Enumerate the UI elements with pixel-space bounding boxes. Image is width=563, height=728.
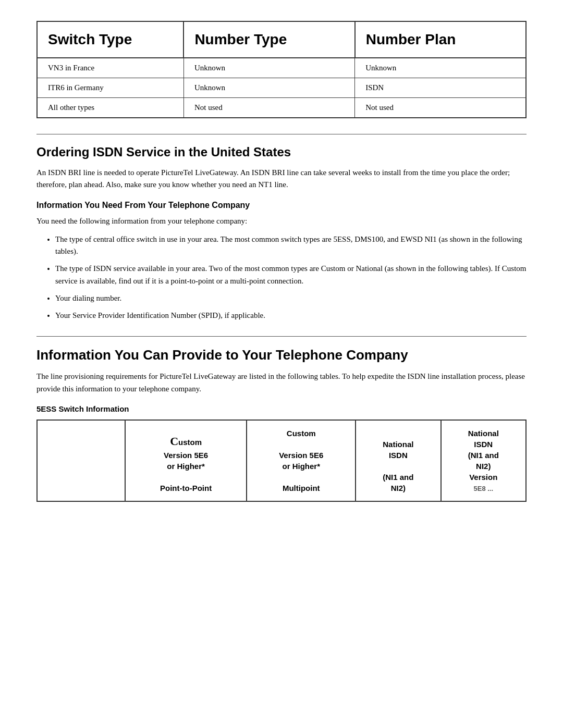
info-bullets: The type of central office switch in use… <box>55 233 527 322</box>
table-row: ITR6 in Germany Unknown ISDN <box>37 78 526 98</box>
list-item: Your dialing number. <box>55 292 527 304</box>
col-ni1-ni2: (NI1 andNI2) <box>383 473 413 492</box>
5ess-col-ni-isdn: NationalISDN (NI1 andNI2) <box>356 420 440 501</box>
col-version-5e8: Version <box>469 473 497 482</box>
separator-2 <box>36 336 527 337</box>
list-item: The type of ISDN service available in yo… <box>55 263 527 287</box>
ordering-body: An ISDN BRI line is needed to operate Pi… <box>36 167 527 191</box>
5ess-subheading: 5ESS Switch Information <box>36 404 527 413</box>
provide-heading: Information You Can Provide to Your Tele… <box>36 347 527 363</box>
col-number-type: Number Type <box>183 21 354 58</box>
5ess-col-custom-ptp: Custom Version 5E6or Higher* Point-to-Po… <box>125 420 247 501</box>
5ess-col-custom-mp: Custom Version 5E6or Higher* Multipoint <box>247 420 356 501</box>
number-type-cell: Unknown <box>183 78 354 98</box>
col-mp-label: Multipoint <box>283 484 320 492</box>
5ess-col-empty <box>37 420 125 501</box>
number-plan-cell: Not used <box>355 98 526 118</box>
col-national-isdn-2: NationalISDN <box>468 429 499 449</box>
number-type-cell: Unknown <box>183 58 354 78</box>
info-intro: You need the following information from … <box>36 215 527 227</box>
number-plan-cell: Unknown <box>355 58 526 78</box>
provide-info-section: Information You Can Provide to Your Tele… <box>36 347 527 502</box>
col-version-ptp: Version 5E6or Higher* <box>164 451 208 471</box>
switch-type-cell: All other types <box>37 98 183 118</box>
col-number-plan: Number Plan <box>355 21 526 58</box>
separator-1 <box>36 134 527 134</box>
number-plan-cell: ISDN <box>355 78 526 98</box>
ordering-isdn-section: Ordering ISDN Service in the United Stat… <box>36 145 527 322</box>
list-item: The type of central office switch in use… <box>55 233 527 258</box>
col-custom-rest: ustom <box>178 438 202 447</box>
col-ni1-ni2-2: (NI1 andNI2) <box>468 451 499 471</box>
col-number-plan-label: Number Plan <box>366 31 456 47</box>
switch-type-cell: VN3 in France <box>37 58 183 78</box>
5ess-table-wrapper: Custom Version 5E6or Higher* Point-to-Po… <box>36 419 527 502</box>
5ess-table: Custom Version 5E6or Higher* Point-to-Po… <box>36 419 527 502</box>
ordering-heading: Ordering ISDN Service in the United Stat… <box>36 145 527 159</box>
5ess-col-ni-version: NationalISDN (NI1 andNI2) Version 5E8 ..… <box>441 420 526 501</box>
col-custom-mp-label: Custom <box>287 429 316 438</box>
col-number-type-label: Number Type <box>194 31 287 47</box>
top-table-wrapper: Switch Type Number Type Number Plan VN3 … <box>36 21 527 118</box>
switch-type-cell: ITR6 in Germany <box>37 78 183 98</box>
table-row: VN3 in France Unknown Unknown <box>37 58 526 78</box>
table-row: All other types Not used Not used <box>37 98 526 118</box>
col-truncated: 5E8 ... <box>473 485 493 492</box>
number-type-cell: Not used <box>183 98 354 118</box>
col-custom-large: C <box>170 435 178 448</box>
col-version-mp: Version 5E6or Higher* <box>279 451 323 471</box>
info-subheading: Information You Need From Your Telephone… <box>36 201 527 210</box>
list-item: Your Service Provider Identification Num… <box>55 310 527 322</box>
switch-type-table: Switch Type Number Type Number Plan VN3 … <box>36 21 527 118</box>
provide-body: The line provisioning requirements for P… <box>36 371 527 395</box>
col-national-isdn: NationalISDN <box>383 440 413 460</box>
col-switch-type-label: Switch Type <box>48 31 132 47</box>
col-switch-type: Switch Type <box>37 21 183 58</box>
col-ptp-label: Point-to-Point <box>160 484 212 492</box>
